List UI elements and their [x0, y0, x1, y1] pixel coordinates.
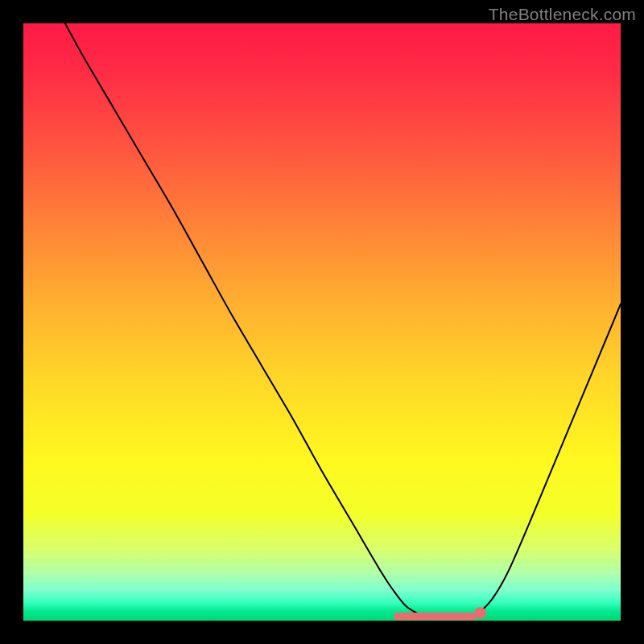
plot-gradient-area [23, 23, 621, 621]
watermark-text: TheBottleneck.com [489, 5, 636, 24]
chart-container: TheBottleneck.com [0, 0, 644, 644]
